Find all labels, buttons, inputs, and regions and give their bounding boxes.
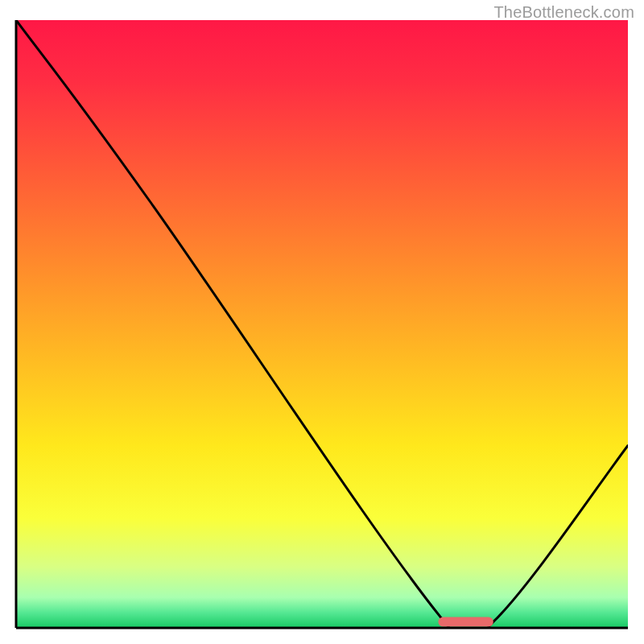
optimal-marker xyxy=(438,617,493,626)
gradient-background xyxy=(16,20,628,628)
bottleneck-chart: TheBottleneck.com xyxy=(0,0,644,644)
watermark-text: TheBottleneck.com xyxy=(493,3,634,22)
chart-svg xyxy=(0,0,644,644)
